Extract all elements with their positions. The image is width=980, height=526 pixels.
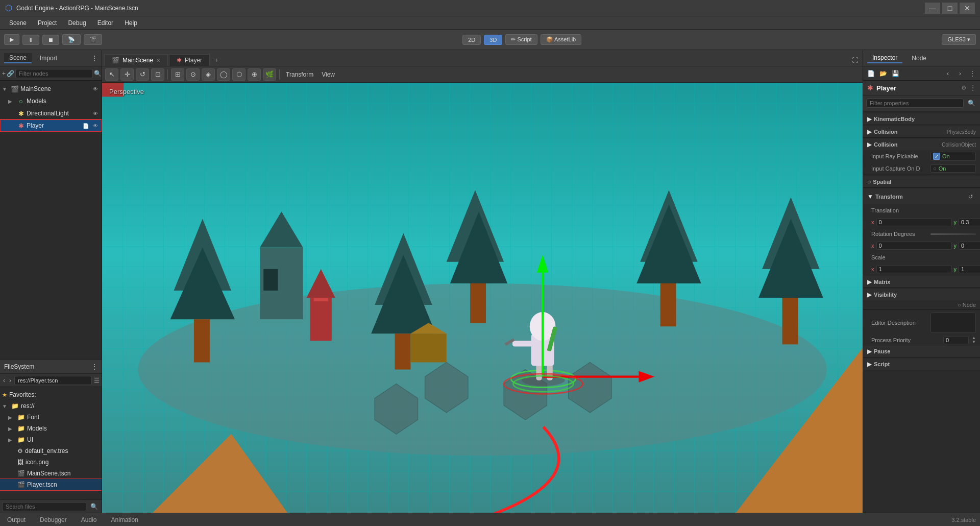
inspector-save-button[interactable]: 💾 [890,68,901,79]
panel-menu-icon[interactable]: ⋮ [91,55,97,62]
origin-button[interactable]: ⊕ [248,68,261,81]
local-space-button[interactable]: ⊙ [186,68,200,81]
inspector-more-button[interactable]: ⋮ [970,84,976,91]
btn-assetlib[interactable]: 📦 AssetLib [541,34,582,45]
gles-button[interactable]: GLES3 ▾ [942,34,976,45]
section-collision-object-header[interactable]: ▶ Collision CollisionObject [863,139,980,150]
process-priority-down[interactable]: ▼ [972,340,976,344]
inspector-back-button[interactable]: ‹ [942,68,953,79]
tree-item-mainscene[interactable]: ▼ 🎬 MainScene 👁 [0,83,102,95]
fs-layout-button[interactable]: ☰ [94,375,100,386]
tree-item-models[interactable]: ▶ ○ Models [0,95,102,107]
fs-item-mainscene[interactable]: ▶ 🎬 MainScene.tscn [0,468,102,479]
tab-scene[interactable]: Scene [4,53,32,63]
section-visibility-header[interactable]: ▶ Visibility [863,289,980,300]
fullscreen-button[interactable]: ⛶ [849,55,861,66]
view-label[interactable]: View [318,71,338,78]
inspector-filter-input[interactable] [866,99,964,108]
search-nodes-button[interactable]: 🔍 [94,68,102,79]
add-tab-button[interactable]: + [211,55,223,66]
bottom-tab-debugger[interactable]: Debugger [37,515,70,524]
instance-scene-button[interactable]: 🔗 [7,68,14,79]
fs-item-font[interactable]: ▶ 📁 Font [0,412,102,423]
fs-item-player[interactable]: ▶ 🎬 Player.tscn [0,479,102,490]
section-transform-header[interactable]: ▼ Transform ↺ [863,189,980,204]
play-button[interactable]: ▶ [4,34,19,45]
tab-mainscene-close[interactable]: ✕ [156,58,160,63]
remote-button[interactable]: 📡 [62,34,81,45]
scene-tab-mainscene[interactable]: 🎬 MainScene ✕ [104,54,168,66]
rot-y-input[interactable] [959,242,980,250]
move-tool-button[interactable]: ✛ [120,68,134,81]
filesystem-search-input[interactable] [2,502,86,511]
collision-button[interactable]: ◯ [217,68,230,81]
fs-item-default-env[interactable]: ▶ ⚙ default_env.tres [0,445,102,457]
snap-grid-button[interactable]: ⊞ [171,68,184,81]
btn-2d[interactable]: 2D [462,35,481,45]
inspector-search-button[interactable]: 🔍 [966,98,977,109]
section-script-header[interactable]: ▶ Script [863,358,980,370]
inspector-history-button[interactable]: ⋮ [967,68,978,79]
prop-ray-pickable-checkbox[interactable]: ✓ [933,153,940,160]
inspector-open-button[interactable]: 📂 [877,68,889,79]
inspector-gear-button[interactable]: ⚙ [961,84,967,91]
minimize-button[interactable]: — [925,3,940,14]
script-btn-player[interactable]: 📄 [82,122,90,130]
select-tool-button[interactable]: ↖ [105,68,118,81]
filesystem-path-input[interactable] [14,376,92,385]
stop-button[interactable]: ⏹ [42,35,59,45]
trans-x-input[interactable] [876,218,952,226]
tree-item-player[interactable]: ▶ ✱ Player 📄 👁 [0,119,102,132]
visibility-btn-mainscene[interactable]: 👁 [91,85,100,93]
menu-editor[interactable]: Editor [92,18,118,28]
fs-item-icon[interactable]: ▶ 🖼 icon.png [0,457,102,468]
filesystem-menu[interactable]: ⋮ [91,363,97,370]
tree-item-directionallight[interactable]: ▶ ✱ DirectionalLight 👁 [0,107,102,119]
rotate-tool-button[interactable]: ↺ [136,68,149,81]
fs-forward-button[interactable]: › [8,375,12,386]
env-button[interactable]: 🌿 [263,68,276,81]
section-kinematicbody-header[interactable]: ▶ KinematicBody [863,113,980,125]
fs-item-models[interactable]: ▶ 📁 Models [0,423,102,434]
process-priority-input[interactable] [943,336,969,344]
maximize-button[interactable]: □ [942,3,958,14]
3d-viewport[interactable]: Perspective [102,83,863,513]
bottom-tab-audio[interactable]: Audio [78,515,100,524]
tab-import[interactable]: Import [35,54,62,63]
tab-inspector[interactable]: Inspector [867,53,902,63]
trans-y-input[interactable] [959,218,980,226]
close-button[interactable]: ✕ [960,3,975,14]
scale-x-input[interactable] [876,265,952,273]
scene-tab-player[interactable]: ✱ Player [169,54,210,66]
menu-debug[interactable]: Debug [63,18,91,28]
scale-y-input[interactable] [959,265,980,273]
visibility-btn-player[interactable]: 👁 [91,122,100,130]
fs-item-ui[interactable]: ▶ 📁 UI [0,434,102,445]
filesystem-search-button[interactable]: 🔍 [88,501,100,512]
add-node-button[interactable]: + [2,68,6,79]
nav-mesh-button[interactable]: ⬡ [232,68,246,81]
movie-button[interactable]: 🎬 [84,34,102,45]
section-matrix-header[interactable]: ▶ Matrix [863,276,980,288]
inspector-new-button[interactable]: 📄 [865,68,876,79]
menu-scene[interactable]: Scene [4,18,32,28]
menu-project[interactable]: Project [33,18,62,28]
menu-help[interactable]: Help [119,18,142,28]
fs-item-res[interactable]: ▼ 📁 res:// [0,400,102,412]
editor-description-input[interactable] [930,313,976,333]
filter-nodes-input[interactable] [15,69,93,78]
scale-tool-button[interactable]: ⊡ [151,68,164,81]
transform-label[interactable]: Transform [283,71,316,78]
section-spatial-header[interactable]: ○ Spatial [863,176,980,187]
fs-back-button[interactable]: ‹ [2,375,6,386]
section-pause-header[interactable]: ▶ Pause [863,346,980,357]
inspector-forward-button[interactable]: › [954,68,966,79]
btn-script[interactable]: ✏ Script [505,34,537,45]
visibility-btn-dl[interactable]: 👁 [91,109,100,117]
bottom-tab-animation[interactable]: Animation [108,515,141,524]
transform-reset-button[interactable]: ↺ [965,191,976,202]
pause-button[interactable]: ⏸ [22,35,39,45]
softbody-button[interactable]: ◈ [202,68,215,81]
rot-x-input[interactable] [876,242,952,250]
section-collision-physics-header[interactable]: ▶ Collision PhysicsBody [863,126,980,137]
